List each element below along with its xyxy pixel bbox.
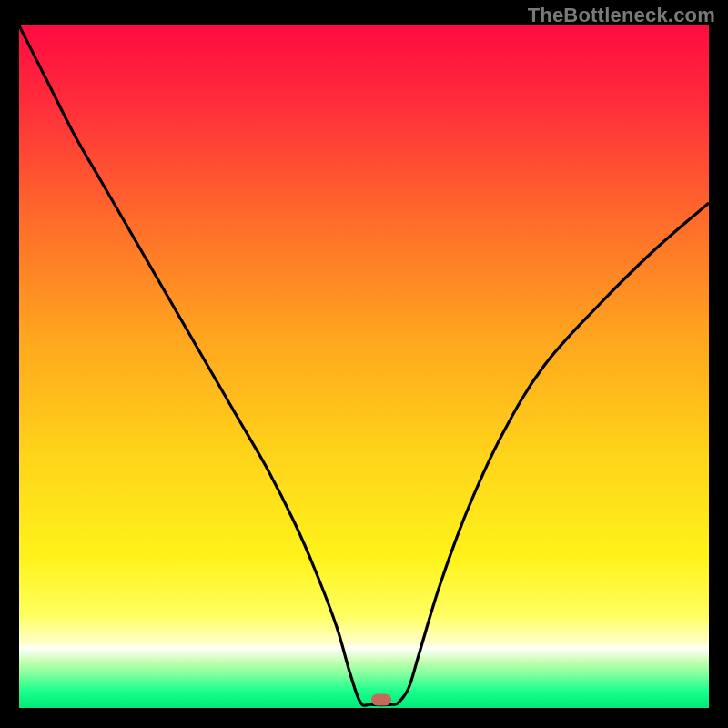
bottleneck-curve xyxy=(19,25,709,708)
watermark-text: TheBottleneck.com xyxy=(528,4,715,27)
optimum-marker xyxy=(371,694,391,706)
chart-frame: TheBottleneck.com xyxy=(0,0,728,728)
plot-area xyxy=(19,25,709,708)
